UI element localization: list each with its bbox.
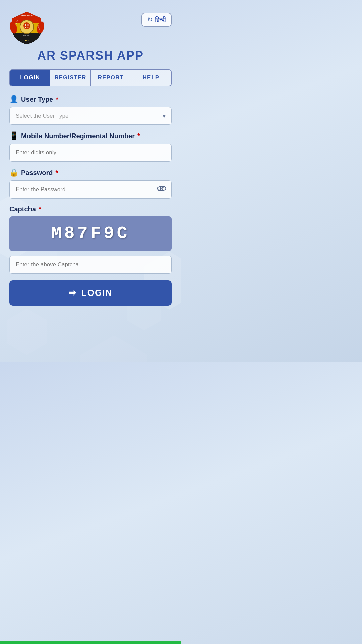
app-logo: ASSAM RIFLES 1835 - 2011 VALOUR GLORY ★★… — [9, 10, 45, 45]
tab-help[interactable]: HELP — [131, 70, 171, 86]
mobile-number-input[interactable] — [9, 144, 172, 162]
mobile-number-section: 📱 Mobile Number/Regimental Number * — [9, 131, 172, 162]
svg-text:★★★: ★★★ — [25, 39, 29, 41]
tab-report[interactable]: REPORT — [91, 70, 131, 86]
mobile-number-required: * — [137, 132, 140, 140]
svg-point-3 — [23, 22, 30, 29]
svg-point-4 — [25, 24, 26, 26]
language-button[interactable]: ↻ हिन्दी — [141, 13, 172, 27]
user-type-section: 👤 User Type * Select the User Type ▾ — [9, 95, 172, 125]
password-section: 🔒 Password * — [9, 168, 172, 199]
eye-toggle-icon[interactable] — [157, 185, 166, 194]
tab-register[interactable]: REGISTER — [50, 70, 90, 86]
password-input[interactable] — [9, 180, 172, 199]
mobile-icon: 📱 — [9, 131, 18, 140]
captcha-input[interactable] — [9, 256, 172, 274]
mobile-number-label: 📱 Mobile Number/Regimental Number * — [9, 131, 172, 140]
user-type-select-wrapper: Select the User Type ▾ — [9, 107, 172, 125]
password-wrapper — [9, 180, 172, 199]
user-type-required: * — [56, 96, 58, 103]
captcha-required: * — [39, 205, 41, 213]
password-required: * — [55, 169, 58, 177]
app-title: AR SPARSH APP — [9, 49, 172, 63]
login-icon: ➡ — [69, 288, 77, 298]
user-type-select[interactable]: Select the User Type — [9, 107, 172, 125]
lock-icon: 🔒 — [9, 168, 18, 177]
user-type-label: 👤 User Type * — [9, 95, 172, 104]
captcha-label: Captcha * — [9, 205, 172, 213]
captcha-section: Captcha * M87F9C — [9, 205, 172, 274]
user-icon: 👤 — [9, 95, 18, 104]
captcha-value: M87F9C — [51, 224, 130, 244]
header: ASSAM RIFLES 1835 - 2011 VALOUR GLORY ★★… — [9, 10, 172, 45]
tab-login[interactable]: LOGIN — [10, 70, 50, 86]
svg-text:ASSAM RIFLES: ASSAM RIFLES — [20, 14, 33, 16]
svg-point-5 — [27, 24, 29, 26]
language-label: हिन्दी — [155, 16, 166, 23]
language-icon: ↻ — [147, 16, 153, 23]
login-button-label: LOGIN — [81, 288, 112, 298]
login-button[interactable]: ➡ LOGIN — [9, 280, 172, 306]
svg-text:1835 - 2011: 1835 - 2011 — [23, 35, 31, 37]
captcha-display: M87F9C — [9, 216, 172, 251]
password-label: 🔒 Password * — [9, 168, 172, 177]
tab-navigation: LOGIN REGISTER REPORT HELP — [9, 69, 172, 86]
